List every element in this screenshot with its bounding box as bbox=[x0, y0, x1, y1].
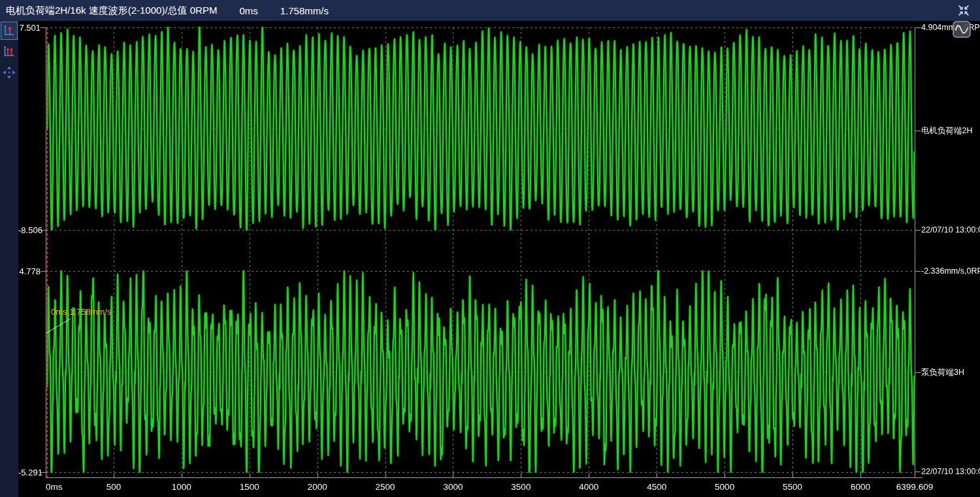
ch1-channel-label: 电机负荷端2H bbox=[921, 125, 972, 136]
ch2-channel-label: 泵负荷端3H bbox=[921, 367, 964, 378]
x-tick-label: 3500 bbox=[511, 482, 531, 492]
ch1-cursor-readout: 4.904mm/s,0RPM bbox=[921, 23, 980, 32]
double-cursor-tool-button[interactable] bbox=[1, 42, 18, 61]
x-tick-label: 5000 bbox=[715, 482, 734, 492]
ch2-cursor-readout: -2.336mm/s,0RPM bbox=[921, 266, 980, 276]
waveform-icon bbox=[953, 21, 971, 38]
plot-region: 7.501 -8.506 4.778 -5.291 4.904mm/s,0RPM… bbox=[18, 21, 980, 497]
x-tick-label: 0ms bbox=[46, 482, 63, 492]
chart-title: 电机负荷端2H/16k 速度波形(2-1000)/总值 0RPM bbox=[6, 5, 217, 17]
x-tick-label: 500 bbox=[106, 482, 122, 492]
x-tick-label: 6000 bbox=[851, 482, 870, 492]
x-tick-label: 2000 bbox=[308, 482, 327, 492]
x-tick-label: 6399.609 bbox=[896, 482, 933, 492]
x-tick-label: 1000 bbox=[172, 482, 191, 492]
ch2-ymin-label: -5.291 bbox=[18, 468, 41, 477]
ch2-ymax-label: 4.778 bbox=[18, 266, 41, 276]
pan-move-icon bbox=[3, 66, 16, 79]
collapse-to-center-icon[interactable] bbox=[955, 2, 972, 19]
ch2-timestamp: 22/07/10 13:00:09 bbox=[921, 467, 980, 476]
ch1-timestamp: 22/07/10 13:00:09 bbox=[921, 225, 980, 234]
x-tick-label: 4000 bbox=[579, 482, 598, 492]
toolbar-sidebar bbox=[0, 21, 18, 497]
x-tick-label: 3000 bbox=[443, 482, 463, 492]
app-window: 电机负荷端2H/16k 速度波形(2-1000)/总值 0RPM 0ms 1.7… bbox=[0, 0, 980, 497]
pan-tool-button[interactable] bbox=[1, 63, 18, 82]
waveform-canvas[interactable] bbox=[18, 21, 980, 497]
x-tick-label: 2500 bbox=[376, 482, 395, 492]
x-tick-label: 5500 bbox=[783, 482, 802, 492]
cursor-value-readout: 1.758mm/s bbox=[280, 5, 329, 16]
x-tick-label: 4500 bbox=[647, 482, 666, 492]
double-cursor-icon bbox=[3, 45, 16, 58]
ch1-ymax-label: 7.501 bbox=[18, 23, 41, 33]
single-cursor-tool-button[interactable] bbox=[1, 22, 18, 40]
waveform-display-button[interactable] bbox=[953, 21, 971, 38]
single-cursor-icon bbox=[3, 24, 16, 37]
cursor-time-readout: 0ms bbox=[239, 5, 257, 16]
ch1-ymin-label: -8.506 bbox=[18, 225, 41, 235]
cursor-annotation: 0ms,1.758mm/s bbox=[51, 307, 111, 317]
title-bar: 电机负荷端2H/16k 速度波形(2-1000)/总值 0RPM 0ms 1.7… bbox=[0, 0, 980, 21]
x-tick-label: 1500 bbox=[240, 482, 259, 492]
